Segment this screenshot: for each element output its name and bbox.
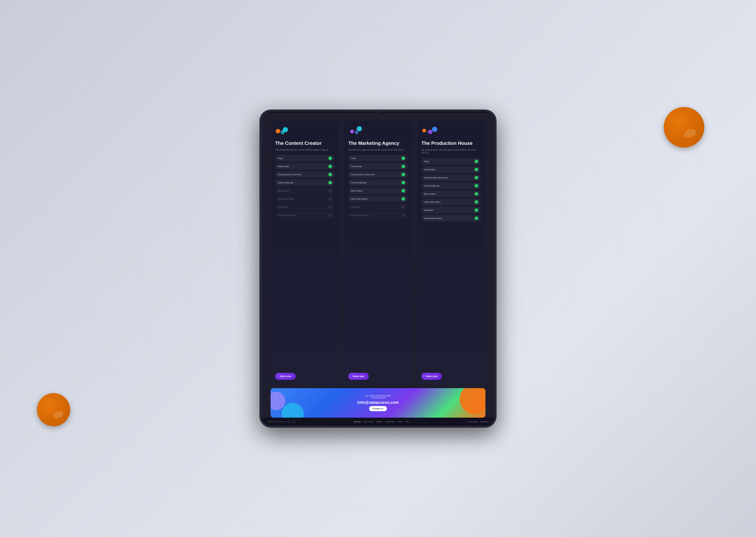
plans-grid: The Content Creator The all-inclusive pl… [271, 120, 485, 385]
feature-interviews-1: Interviews – [275, 204, 334, 210]
footer-email: info@rawaccess.com [357, 400, 399, 405]
check-social-1: ✓ [328, 181, 332, 185]
plan-title-production-house: The Production House [422, 141, 481, 146]
feature-testimonials-1: Testimonials ✓ [275, 163, 334, 170]
svg-point-11 [428, 130, 432, 134]
check-vlogs-2: ✓ [401, 156, 405, 160]
tablet-topbar [261, 111, 495, 113]
check-vlogs-3: ✓ [474, 160, 478, 163]
plan-marketing-agency: The Marketing Agency A perfect fit for a… [344, 120, 412, 385]
feature-interviews-3: Interviews ✓ [422, 207, 481, 213]
footer-cta: City, Street 99, Building 99/01 +9 99 99… [271, 388, 485, 418]
features-list-content-creator: Vlogs ✓ Testimonials ✓ Documentaries Sho… [275, 155, 334, 369]
check-docs-2: ✓ [401, 173, 405, 176]
footer-phone: +9 99 999-99-99 [371, 397, 385, 399]
select-plan-marketing-agency[interactable]: Select plan [348, 373, 369, 380]
feature-vsl-1: Video sales letters – [275, 195, 334, 202]
orange-ball-right [664, 107, 704, 147]
feature-music-2: Music videos ✓ [348, 187, 408, 194]
feature-edu-3: Educational content ✓ [422, 215, 481, 222]
plan-desc-marketing-agency: A perfect fit for agencies who go the ex… [348, 148, 408, 151]
feature-docs-1: Documentaries Short-form ✓ [275, 171, 334, 178]
nav-link-privacy[interactable]: Privacy Policy [467, 421, 477, 423]
plan-title-content-creator: The Content Creator [275, 141, 334, 146]
features-list-marketing-agency: Vlogs ✓ Testimonials ✓ Documentaries Sho… [348, 155, 408, 369]
feature-music-1: Music videos – [275, 187, 334, 194]
feature-edu-2: Educational content – [348, 212, 408, 219]
feature-vlogs-2: Vlogs ✓ [348, 155, 408, 162]
nav-center: Services How it Works Portfolio Testimon… [354, 421, 409, 423]
contact-button[interactable]: Contact us [369, 406, 387, 411]
check-testimonials-1: ✓ [328, 165, 332, 168]
check-vsl-3: ✓ [474, 200, 478, 204]
select-plan-content-creator[interactable]: Select plan [275, 373, 296, 380]
feature-edu-1: Educational content – [275, 212, 334, 219]
feature-vsl-2: Video sales letters ✓ [348, 195, 408, 202]
nav-link-portfolio[interactable]: Portfolio [376, 421, 382, 423]
svg-point-0 [276, 129, 280, 133]
copyright: Rawaccess © 2009-2021 [267, 421, 286, 423]
nav-link-testimonials[interactable]: Testimonials [385, 421, 395, 423]
cta-blob-cyan [282, 403, 304, 418]
select-plan-production-house[interactable]: Select plan [422, 373, 442, 380]
svg-point-10 [422, 129, 426, 133]
footer-address: City, Street 99, Building 99/01 [365, 394, 391, 397]
nav-link-blog[interactable]: Blog [406, 421, 409, 423]
svg-point-6 [357, 126, 362, 131]
plan-desc-production-house: Big, great projects come with great resp… [422, 148, 481, 154]
check-docs-1: ✓ [328, 173, 332, 176]
plan-content-creator: The Content Creator The all-inclusive pl… [271, 120, 339, 385]
social-icon-circle2[interactable]: ◯ [292, 420, 295, 423]
check-edu-3: ✓ [474, 216, 478, 220]
check-music-2: ✓ [401, 189, 405, 192]
nav-right: Privacy Policy Jiviti website [467, 421, 489, 423]
orange-ball-left [37, 393, 70, 426]
features-list-production-house: Vlogs ✓ Testimonials ✓ Documentaries Sho… [422, 158, 481, 369]
feature-vsl-3: Video sales letters ✓ [422, 199, 481, 205]
plan-production-house: The Production House Big, great projects… [417, 120, 485, 385]
check-testimonials-3: ✓ [474, 168, 478, 171]
social-icon-circle1[interactable]: ◯ [288, 420, 291, 423]
nav-link-how-it-works[interactable]: How it Works [364, 421, 374, 423]
check-music-1: – [328, 189, 332, 192]
check-edu-2: – [401, 213, 405, 217]
svg-line-8 [354, 129, 358, 131]
feature-social-2: Social media ads ✓ [348, 179, 408, 186]
check-interviews-1: – [328, 205, 332, 209]
svg-line-13 [426, 131, 428, 131]
check-vsl-1: – [328, 197, 332, 201]
plan-title-marketing-agency: The Marketing Agency [348, 141, 408, 146]
nav-link-pricing[interactable]: Pricing [398, 421, 403, 423]
svg-point-7 [355, 131, 358, 134]
check-vsl-2: ✓ [401, 197, 405, 201]
cta-blob-orange [460, 388, 485, 414]
check-social-3: ✓ [474, 184, 478, 187]
tablet-screen: The Content Creator The all-inclusive pl… [261, 113, 495, 426]
feature-social-1: Social media ads ✓ [275, 179, 334, 186]
feature-vlogs-3: Vlogs ✓ [422, 158, 481, 165]
check-social-2: ✓ [401, 181, 405, 185]
plan-desc-content-creator: The all-inclusive plan for content creat… [275, 148, 334, 151]
cta-blob-purple [271, 392, 285, 410]
feature-music-3: Music videos ✓ [422, 190, 481, 197]
plan-logo-production-house [422, 126, 481, 137]
feature-vlogs-1: Vlogs ✓ [275, 155, 334, 162]
feature-docs-2: Documentaries Short-form ✓ [348, 171, 408, 178]
feature-testimonials-3: Testimonials ✓ [422, 166, 481, 173]
feature-docs-3: Documentaries Short-form ✓ [422, 174, 481, 181]
svg-point-5 [350, 130, 354, 133]
feature-social-3: Social media ads ✓ [422, 183, 481, 189]
feature-interviews-2: Interviews – [348, 204, 408, 210]
nav-link-jiviti[interactable]: Jiviti website [480, 421, 489, 423]
content-area: The Content Creator The all-inclusive pl… [261, 113, 495, 418]
check-interviews-2: – [401, 205, 405, 209]
check-vlogs-1: ✓ [328, 156, 332, 160]
check-interviews-3: ✓ [474, 208, 478, 212]
plan-logo-marketing-agency [348, 126, 408, 137]
social-icons: ◯ ◯ [288, 420, 295, 423]
check-testimonials-2: ✓ [401, 165, 405, 168]
check-docs-3: ✓ [474, 176, 478, 180]
nav-brand: Services [354, 421, 361, 423]
svg-point-12 [432, 127, 437, 132]
check-music-3: ✓ [474, 192, 478, 196]
